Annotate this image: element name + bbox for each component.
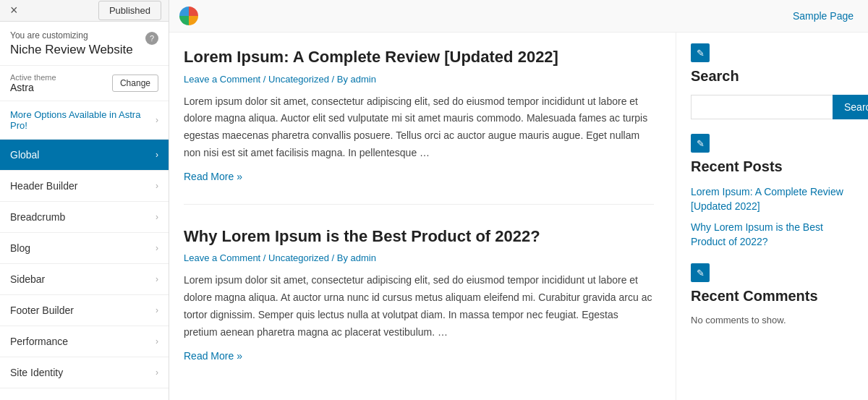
sidebar-item-breadcrumb[interactable]: Breadcrumb›: [0, 202, 169, 233]
search-button[interactable]: Search: [833, 95, 868, 119]
sidebar-item-sidebar[interactable]: Sidebar›: [0, 264, 169, 295]
search-widget-title: Search: [691, 68, 849, 85]
content-area: Lorem Ipsum: A Complete Review [Updated …: [169, 33, 868, 400]
search-widget: Search: [691, 95, 849, 119]
active-theme-name: Astra: [10, 82, 56, 93]
recent-posts-title: Recent Posts: [691, 158, 849, 175]
top-bar: Sample Page: [169, 0, 868, 33]
chevron-right-icon: ›: [156, 212, 158, 222]
published-button[interactable]: Published: [98, 1, 161, 20]
posts-container: Lorem Ipsum: A Complete Review [Updated …: [184, 47, 654, 383]
customizing-label: You are customizing: [10, 30, 133, 41]
help-icon[interactable]: ?: [145, 32, 158, 45]
read-more-link[interactable]: Read More »: [184, 171, 242, 182]
recent-post-link[interactable]: Lorem Ipsum: A Complete Review [Updated …: [691, 186, 843, 212]
site-logo-area: [179, 7, 198, 25]
search-widget-section: ✎ Search Search: [691, 43, 849, 119]
no-comments-text: No comments to show.: [691, 315, 849, 325]
sidebar: × Published You are customizing Niche Re…: [0, 0, 169, 400]
recent-posts-widget-section: ✎ Recent Posts Lorem Ipsum: A Complete R…: [691, 134, 849, 249]
sidebar-header: × Published: [0, 0, 169, 22]
sidebar-item-site-identity[interactable]: Site Identity›: [0, 357, 169, 388]
search-input[interactable]: [691, 95, 833, 119]
sample-page-link[interactable]: Sample Page: [793, 10, 854, 22]
chevron-right-icon: ›: [156, 243, 158, 253]
customizing-text: You are customizing Niche Review Website: [10, 30, 133, 58]
site-logo-icon: [179, 7, 198, 25]
post-article: Lorem Ipsum: A Complete Review [Updated …: [184, 47, 654, 205]
menu-item-label: Footer Builder: [10, 305, 74, 316]
chevron-right-icon: ›: [156, 305, 158, 315]
posts-column: Lorem Ipsum: A Complete Review [Updated …: [169, 33, 676, 400]
chevron-right-icon: ›: [156, 115, 158, 125]
active-theme-label: Active theme: [10, 73, 56, 82]
chevron-right-icon: ›: [156, 367, 158, 378]
recent-comments-title: Recent Comments: [691, 288, 849, 305]
recent-comments-widget-section: ✎ Recent Comments No comments to show.: [691, 263, 849, 325]
post-meta: Leave a Comment / Uncategorized / By adm…: [184, 252, 654, 263]
recent-post-item: Lorem Ipsum: A Complete Review [Updated …: [691, 185, 849, 213]
search-widget-edit-icon[interactable]: ✎: [691, 43, 710, 62]
post-meta: Leave a Comment / Uncategorized / By adm…: [184, 74, 654, 85]
close-button[interactable]: ×: [7, 0, 21, 21]
chevron-right-icon: ›: [156, 336, 158, 346]
menu-item-label: Global: [10, 149, 39, 161]
sidebar-item-performance[interactable]: Performance›: [0, 326, 169, 357]
menu-item-label: Site Identity: [10, 367, 63, 378]
recent-post-item: Why Lorem Ipsum is the Best Product of 2…: [691, 221, 849, 249]
astra-pro-label: More Options Available in Astra Pro!: [10, 109, 156, 131]
theme-info: Active theme Astra: [10, 73, 56, 93]
sidebar-item-footer-builder[interactable]: Footer Builder›: [0, 295, 169, 326]
recent-post-link[interactable]: Why Lorem Ipsum is the Best Product of 2…: [691, 221, 823, 247]
change-theme-button[interactable]: Change: [112, 75, 158, 92]
sidebar-item-header-builder[interactable]: Header Builder›: [0, 171, 169, 202]
post-article: Why Lorem Ipsum is the Best Product of 2…: [184, 226, 654, 383]
sidebar-item-menus[interactable]: Menus›: [0, 388, 169, 400]
recent-comments-edit-icon[interactable]: ✎: [691, 263, 710, 282]
chevron-right-icon: ›: [156, 181, 158, 191]
post-title: Lorem Ipsum: A Complete Review [Updated …: [184, 47, 654, 68]
menu-item-label: Breadcrumb: [10, 211, 65, 223]
menu-item-label: Performance: [10, 336, 68, 347]
post-title: Why Lorem Ipsum is the Best Product of 2…: [184, 226, 654, 247]
widget-column: ✎ Search Search ✎ Recent Posts Lorem Ips…: [676, 33, 864, 400]
post-excerpt: Lorem ipsum dolor sit amet, consectetur …: [184, 272, 654, 341]
recent-posts-list: Lorem Ipsum: A Complete Review [Updated …: [691, 185, 849, 249]
menu-item-label: Sidebar: [10, 273, 45, 285]
astra-pro-banner[interactable]: More Options Available in Astra Pro! ›: [0, 101, 169, 140]
menu-item-label: Header Builder: [10, 180, 77, 192]
customizing-section: You are customizing Niche Review Website…: [0, 22, 169, 66]
sidebar-menu: Global›Header Builder›Breadcrumb›Blog›Si…: [0, 140, 169, 400]
post-excerpt: Lorem ipsum dolor sit amet, consectetur …: [184, 93, 654, 162]
chevron-right-icon: ›: [156, 274, 158, 284]
main-content: Sample Page Lorem Ipsum: A Complete Revi…: [169, 0, 868, 400]
menu-item-label: Blog: [10, 242, 30, 254]
sidebar-item-global[interactable]: Global›: [0, 140, 169, 171]
recent-posts-edit-icon[interactable]: ✎: [691, 134, 710, 153]
customizing-title: Niche Review Website: [10, 42, 133, 58]
read-more-link[interactable]: Read More »: [184, 350, 242, 362]
chevron-right-icon: ›: [156, 150, 158, 160]
active-theme-section: Active theme Astra Change: [0, 66, 169, 101]
sidebar-item-blog[interactable]: Blog›: [0, 233, 169, 264]
